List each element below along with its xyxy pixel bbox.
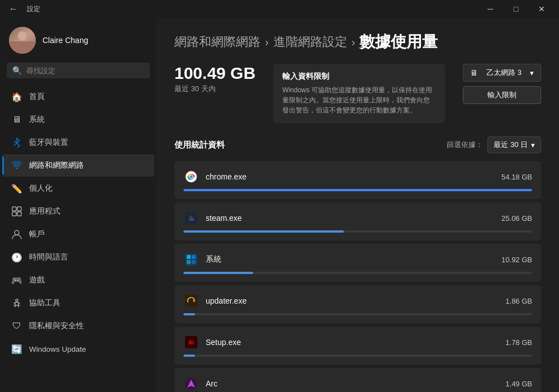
svg-rect-3: [12, 212, 16, 216]
svg-rect-4: [17, 212, 21, 216]
privacy-icon: 🛡: [11, 320, 22, 332]
progress-bar-bg: [183, 313, 532, 315]
svg-point-5: [15, 230, 19, 235]
app-row[interactable]: updater.exe 1.86 GB: [174, 285, 541, 323]
data-limit-desc: Windows 可協助您追蹤數據使用量，以保持在使用量限制之內。當您接近使用量上…: [282, 85, 436, 115]
chevron-down-icon: ▾: [531, 141, 535, 149]
svg-rect-2: [17, 207, 21, 211]
search-box[interactable]: 🔍: [7, 63, 150, 78]
account-icon: [11, 229, 22, 240]
app-name: steam.exe: [206, 214, 242, 223]
app-row-top: 系統 10.92 GB: [183, 252, 532, 267]
sidebar-item-label: 時間與語言: [29, 252, 68, 262]
sidebar-item-personalize[interactable]: ✏️ 個人化: [2, 177, 154, 200]
app-size: 1.86 GB: [505, 297, 532, 305]
enter-limit-button[interactable]: 輸入限制: [463, 86, 541, 104]
app-row-left: Arc: [183, 376, 217, 391]
progress-bar-bg: [183, 355, 532, 357]
svg-point-6: [16, 299, 18, 301]
title-bar-left: ← 設定: [4, 2, 40, 16]
sidebar-item-privacy[interactable]: 🛡 隱私權與安全性: [2, 315, 154, 337]
svg-text:♨: ♨: [188, 214, 195, 222]
app-name: 系統: [206, 254, 221, 265]
search-input[interactable]: [26, 67, 144, 75]
sidebar-item-system[interactable]: 🖥 系統: [2, 108, 154, 131]
app-size: 10.92 GB: [501, 256, 532, 264]
close-button[interactable]: ✕: [529, 0, 555, 18]
sidebar-item-network[interactable]: 網路和網際網路: [2, 154, 154, 177]
total-usage: 100.49 GB 最近 30 天內: [174, 64, 255, 94]
filter-value: 最近 30 日: [494, 140, 528, 150]
app-row[interactable]: ♨ steam.exe 25.06 GB: [174, 202, 541, 240]
bluetooth-icon: [11, 137, 22, 148]
network-selector-area: 🖥 乙太網路 3 ▾ 輸入限制: [463, 64, 541, 104]
breadcrumb-sep-2: ›: [352, 36, 356, 49]
system-icon: 🖥: [11, 114, 22, 125]
title-bar-controls: ─ □ ✕: [477, 0, 555, 18]
chevron-down-icon: ▾: [530, 69, 534, 77]
app-row[interactable]: 系統 10.92 GB: [174, 244, 541, 282]
filter-dropdown[interactable]: 最近 30 日 ▾: [487, 136, 541, 153]
title-bar: ← 設定 ─ □ ✕: [0, 0, 559, 18]
apps-icon: [11, 206, 22, 217]
time-icon: 🕐: [11, 252, 22, 263]
sidebar-item-time[interactable]: 🕐 時間與語言: [2, 246, 154, 268]
app-row-left: Ai Setup.exe: [183, 334, 241, 350]
progress-bar-fill: [183, 189, 532, 191]
games-icon: 🎮: [11, 275, 22, 286]
svg-rect-18: [185, 295, 197, 307]
app-row-top: updater.exe 1.86 GB: [183, 293, 532, 309]
progress-bar-fill: [183, 230, 344, 233]
app-name: Arc: [206, 379, 217, 388]
app-size: 1.49 GB: [505, 380, 532, 388]
sidebar-item-home[interactable]: 🏠 首頁: [2, 86, 154, 108]
progress-bar-fill: [183, 313, 195, 315]
sidebar-item-account[interactable]: 帳戶: [2, 223, 154, 245]
total-period: 最近 30 天內: [174, 84, 255, 94]
maximize-button[interactable]: □: [503, 0, 529, 18]
data-limit-title: 輸入資料限制: [282, 72, 436, 82]
home-icon: 🏠: [11, 91, 22, 102]
sidebar-item-apps[interactable]: 應用程式: [2, 200, 154, 223]
progress-bar-bg: [183, 189, 532, 191]
minimize-button[interactable]: ─: [477, 0, 503, 18]
svg-point-10: [190, 176, 193, 178]
back-button[interactable]: ←: [4, 2, 22, 16]
sidebar-item-label: 系統: [29, 115, 45, 125]
title-bar-title: 設定: [27, 4, 40, 14]
sidebar-item-windows-update[interactable]: 🔄 Windows Update: [2, 338, 154, 360]
sidebar-item-label: 隱私權與安全性: [29, 321, 84, 331]
app-row[interactable]: Arc 1.49 GB: [174, 368, 541, 392]
svg-rect-1: [12, 207, 16, 211]
filter-label: 篩選依據：: [447, 140, 483, 150]
sidebar-item-games[interactable]: 🎮 遊戲: [2, 269, 154, 291]
svg-point-0: [16, 168, 18, 169]
network-icon-small: 🖥: [470, 68, 478, 77]
sidebar-nav: 🏠 首頁 🖥 系統 藍牙與裝置: [0, 85, 157, 361]
svg-rect-17: [192, 260, 196, 264]
sidebar-item-label: 帳戶: [29, 229, 45, 239]
breadcrumb-1: 網路和網際網路: [174, 34, 260, 50]
app-icon: Ai: [183, 334, 199, 350]
network-label: 乙太網路 3: [486, 68, 522, 78]
app-row[interactable]: chrome.exe 54.18 GB: [174, 161, 541, 199]
sidebar-item-label: 協助工具: [29, 298, 60, 308]
sidebar-item-label: 個人化: [29, 183, 53, 193]
app-row[interactable]: Ai Setup.exe 1.78 GB: [174, 327, 541, 365]
sidebar-item-label: 首頁: [29, 92, 45, 102]
app-name: updater.exe: [206, 296, 247, 305]
avatar: [9, 27, 36, 54]
app-row-left: chrome.exe: [183, 169, 247, 185]
sidebar-item-label: 應用程式: [29, 206, 60, 216]
app-name: chrome.exe: [206, 172, 247, 181]
usage-stats-title: 使用統計資料: [174, 140, 225, 150]
sidebar-item-bluetooth[interactable]: 藍牙與裝置: [2, 131, 154, 154]
app-name: Setup.exe: [206, 338, 241, 347]
app-row-left: 系統: [183, 252, 221, 267]
sidebar-item-label: 遊戲: [29, 275, 45, 285]
breadcrumb-sep-1: ›: [265, 36, 269, 49]
sidebar: Claire Chang 🔍 🏠 首頁 🖥 系統: [0, 18, 157, 392]
app-row-top: Ai Setup.exe 1.78 GB: [183, 334, 532, 350]
sidebar-item-assist[interactable]: 協助工具: [2, 292, 154, 314]
network-dropdown[interactable]: 🖥 乙太網路 3 ▾: [463, 64, 541, 82]
